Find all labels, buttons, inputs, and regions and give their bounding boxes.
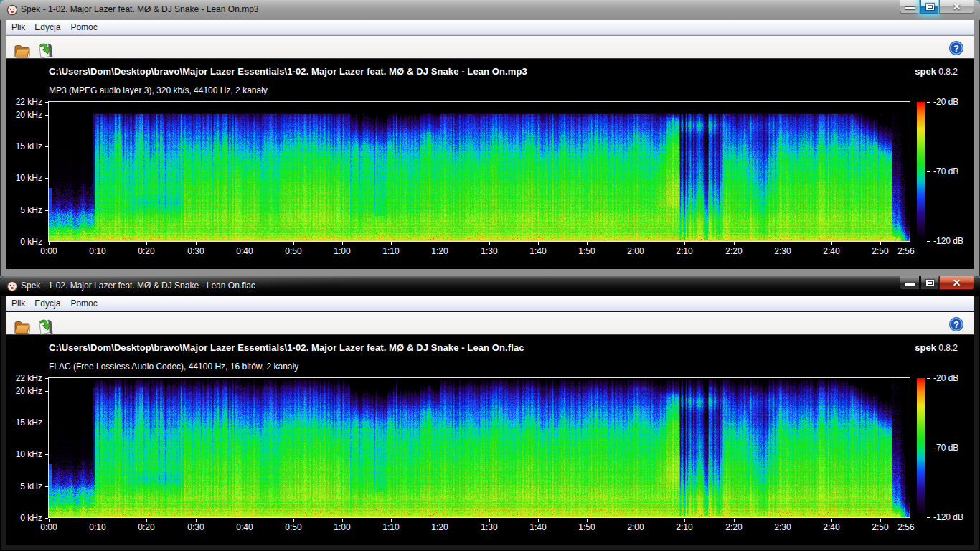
svg-text:?: ? (953, 43, 959, 54)
svg-text:?: ? (953, 319, 959, 330)
